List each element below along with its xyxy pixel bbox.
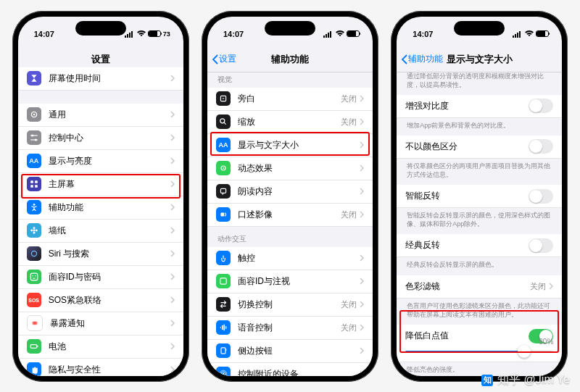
status-time: 14:07 xyxy=(34,30,54,38)
row-siri[interactable]: Siri 与搜索 xyxy=(18,243,183,266)
row-voiceover[interactable]: 旁白 关闭 xyxy=(207,88,373,111)
row-spoken[interactable]: 朗读内容 xyxy=(207,180,373,204)
voice-icon xyxy=(216,320,231,335)
group-header: 动作交互 xyxy=(207,227,373,247)
svg-point-18 xyxy=(30,230,33,232)
page-title: 辅助功能 xyxy=(271,53,309,66)
row-displaytext[interactable]: AA 显示与文字大小 xyxy=(207,134,373,157)
svg-rect-1 xyxy=(127,34,128,38)
svg-rect-31 xyxy=(323,36,325,38)
row-classicinvert[interactable]: 经典反转 xyxy=(397,234,562,257)
svg-point-36 xyxy=(220,119,225,123)
page-title: 显示与文字大小 xyxy=(447,53,513,66)
grid-icon xyxy=(27,177,41,191)
row-nearby[interactable]: 控制附近的设备 xyxy=(207,363,373,376)
watermark: 知 知乎 @Jim Ye xyxy=(481,372,570,388)
row-accessibility[interactable]: 辅助功能 xyxy=(18,196,183,220)
display-settings[interactable]: 通过降低部分背景的透明度和模糊度来增强对比度，以提高易读性。 增强对比度 增加A… xyxy=(397,67,562,376)
svg-rect-21 xyxy=(30,273,38,280)
svg-point-9 xyxy=(34,138,36,141)
battery-icon xyxy=(148,30,161,37)
svg-rect-10 xyxy=(30,180,33,183)
sliders-icon xyxy=(27,130,41,145)
row-zoom[interactable]: 缩放 关闭 xyxy=(207,111,373,134)
faceid-icon xyxy=(27,270,41,284)
slider-whitepoint[interactable]: 80% xyxy=(405,351,553,353)
battery-row-icon xyxy=(27,339,41,354)
group-footer: 将仅靠颜色区分的两项用户界面项目替换为用其他方式传达信息。 xyxy=(397,159,562,185)
toggle-classicinvert[interactable] xyxy=(529,238,553,253)
accessibility-list[interactable]: 视觉 旁白 关闭 缩放 关闭 AA 显示与文字大小 xyxy=(207,67,373,376)
row-motion[interactable]: 动态效果 xyxy=(207,157,373,180)
svg-rect-50 xyxy=(513,36,514,38)
svg-rect-51 xyxy=(515,34,516,38)
row-controlcenter[interactable]: 控制中心 xyxy=(18,127,183,150)
battery-pct: 73 xyxy=(163,30,170,38)
svg-rect-12 xyxy=(30,185,33,188)
row-touch[interactable]: 触控 xyxy=(207,247,373,270)
exposure-icon xyxy=(27,315,43,331)
motion-icon xyxy=(216,161,231,175)
svg-rect-53 xyxy=(519,31,521,38)
hand-icon xyxy=(27,362,41,376)
row-audiodesc[interactable]: 口述影像 关闭 xyxy=(207,204,373,227)
row-diffcolor[interactable]: 不以颜色区分 xyxy=(397,135,562,159)
dynamic-island xyxy=(454,21,505,36)
svg-rect-3 xyxy=(131,31,133,38)
svg-point-19 xyxy=(35,230,37,232)
svg-rect-13 xyxy=(35,185,38,188)
svg-rect-33 xyxy=(328,33,329,38)
row-sidebutton[interactable]: 侧边按钮 xyxy=(207,340,373,363)
dynamic-island xyxy=(265,21,315,36)
aa-icon: AA xyxy=(27,154,41,168)
page-title: 设置 xyxy=(91,53,110,66)
group-footer: 经典反转会反转显示屏的颜色。 xyxy=(397,257,562,275)
row-general[interactable]: 通用 xyxy=(18,104,183,127)
row-faceid-attention[interactable]: 面容ID与注视 xyxy=(207,270,373,293)
svg-rect-26 xyxy=(30,345,36,349)
voiceover-icon xyxy=(216,91,231,106)
toggle-smartinvert[interactable] xyxy=(529,189,553,204)
gear-icon xyxy=(27,107,41,122)
row-faceid[interactable]: 面容ID与密码 xyxy=(18,266,183,289)
svg-rect-40 xyxy=(220,213,224,217)
svg-rect-11 xyxy=(35,180,38,183)
svg-point-15 xyxy=(33,230,35,232)
row-display[interactable]: AA 显示与亮度 xyxy=(18,150,183,173)
row-wallpaper[interactable]: 墙纸 xyxy=(18,220,183,243)
group-footer: 增加App前景色和背景色的对比度。 xyxy=(397,118,562,135)
wifi-icon xyxy=(137,30,146,37)
svg-point-16 xyxy=(33,227,35,229)
svg-point-17 xyxy=(33,232,35,234)
row-whitepoint[interactable]: 降低白点值 80% xyxy=(397,325,562,362)
row-smartinvert[interactable]: 智能反转 xyxy=(397,185,562,208)
row-battery[interactable]: 电池 xyxy=(18,335,183,359)
audiodesc-icon xyxy=(216,207,231,222)
svg-rect-32 xyxy=(326,34,327,38)
row-switchcontrol[interactable]: 切换控制 关闭 xyxy=(207,293,373,317)
settings-list[interactable]: 屏幕使用时间 通用 控制中心 AA 显示与亮度 xyxy=(18,67,183,376)
row-privacy[interactable]: 隐私与安全性 xyxy=(18,359,183,376)
sidebutton-icon xyxy=(216,343,231,358)
figure-icon xyxy=(27,200,41,214)
toggle-contrast[interactable] xyxy=(529,99,553,113)
row-exposure[interactable]: 暴露通知 xyxy=(18,312,183,335)
speak-icon xyxy=(216,184,231,199)
faceid-icon xyxy=(216,274,231,288)
row-homescreen[interactable]: 主屏幕 xyxy=(18,173,183,196)
row-sos[interactable]: SOS SOS紧急联络 xyxy=(18,289,183,312)
row-colorfilters[interactable]: 色彩滤镜 关闭 xyxy=(397,275,562,299)
row-screentime[interactable]: 屏幕使用时间 xyxy=(18,67,183,91)
toggle-diffcolor[interactable] xyxy=(529,139,553,154)
row-contrast[interactable]: 增强对比度 xyxy=(397,95,562,118)
group-footer: 智能反转会反转显示屏的颜色，使用深色样式的图像、媒体和部分App除外。 xyxy=(397,208,562,234)
switch-icon xyxy=(216,297,231,312)
svg-point-44 xyxy=(223,373,224,375)
svg-rect-41 xyxy=(220,278,226,284)
row-voicecontrol[interactable]: 语音控制 关闭 xyxy=(207,317,373,340)
svg-point-20 xyxy=(31,251,36,256)
siri-icon xyxy=(27,246,41,261)
hourglass-icon xyxy=(27,71,41,86)
svg-rect-52 xyxy=(517,33,518,38)
touch-icon xyxy=(216,251,231,265)
